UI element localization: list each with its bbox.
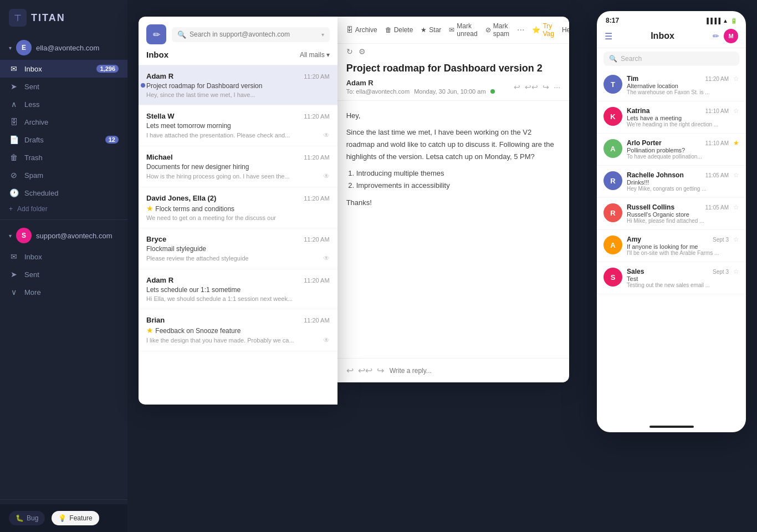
list-item[interactable]: Bryce 11:20 AM Flockmail styleguide Plea… xyxy=(139,228,337,269)
inbox-label-row: Inbox All mails ▾ xyxy=(146,50,330,59)
filter-button[interactable]: All mails ▾ xyxy=(300,51,330,59)
sidebar-item-support-more[interactable]: ∨ More xyxy=(0,283,127,301)
star-icon[interactable]: ☆ xyxy=(733,203,739,211)
email-subject: Lets schedule our 1:1 sometime xyxy=(146,286,330,294)
sent-icon: ➤ xyxy=(9,82,19,91)
list-item[interactable]: David Jones, Ella (2) 11:20 AM ★ Flock t… xyxy=(139,187,337,228)
list-item[interactable]: R Russell Collins 11:05 AM Russell's Org… xyxy=(597,198,746,230)
star-icon[interactable]: ☆ xyxy=(733,75,739,83)
sidebar-item-drafts[interactable]: 📄 Drafts 12 xyxy=(0,131,127,149)
reply-icon[interactable]: ↩ xyxy=(514,83,520,91)
sidebar-item-support-inbox[interactable]: ✉ Inbox xyxy=(0,248,127,265)
mobile-signal-icons: ▐▐▐▐ ▲ 🔋 xyxy=(705,18,737,24)
archive-icon: 🗄 xyxy=(9,117,19,126)
feature-button[interactable]: 💡 Feature xyxy=(52,511,99,525)
sidebar-item-archive[interactable]: 🗄 Archive xyxy=(0,113,127,131)
list-item[interactable]: K Katrina 11:10 AM Lets have a meeting W… xyxy=(597,101,746,134)
email-item-row: Adam R 11:20 AM xyxy=(146,72,330,80)
email-sender: Adam R xyxy=(146,72,173,80)
sidebar-item-support-sent[interactable]: ➤ Sent xyxy=(0,265,127,283)
email-item-row: Bryce 11:20 AM xyxy=(146,235,330,243)
sidebar-item-scheduled[interactable]: 🕐 Scheduled xyxy=(0,184,127,202)
list-item[interactable]: A Amy Sept 3 If anyone is looking for me… xyxy=(597,230,746,262)
search-input[interactable] xyxy=(190,30,318,38)
plus-icon: + xyxy=(9,205,13,213)
try-vag-button[interactable]: ⭐ Try Vag xyxy=(532,22,554,38)
list-item[interactable]: Adam R 11:20 AM Lets schedule our 1:1 so… xyxy=(139,269,337,309)
email-sender: David Jones, Ella (2) xyxy=(146,194,216,202)
list-item[interactable]: T Tim 11:20 AM Alternative location The … xyxy=(597,69,746,101)
reply-icon[interactable]: ↩ xyxy=(346,365,354,376)
account-switcher-support[interactable]: ▾ S support@avontech.com xyxy=(0,223,127,248)
email-body-list: Introducing multiple themes Improvements… xyxy=(346,167,560,192)
sidebar: ⊤ TITAN ▾ E ella@avontech.com ✉ Inbox 1,… xyxy=(0,0,127,532)
star-icon[interactable]: ☆ xyxy=(733,236,739,243)
email-sender: Stella W xyxy=(146,112,175,120)
sidebar-item-trash[interactable]: 🗑 Trash xyxy=(0,149,127,166)
settings-icon[interactable]: ⚙ xyxy=(359,47,366,56)
list-item: Introducing multiple themes xyxy=(356,167,560,180)
list-item[interactable]: Stella W 11:20 AM Lets meet tomorrow mor… xyxy=(139,105,337,146)
reply-input[interactable] xyxy=(390,367,560,375)
list-item[interactable]: R Rachelle Johnson 11:05 AM Drinks!!! He… xyxy=(597,166,746,198)
hamburger-icon[interactable]: ☰ xyxy=(605,31,612,42)
forward-icon[interactable]: ↪ xyxy=(377,365,384,376)
reply-all-icon[interactable]: ↩↩ xyxy=(358,365,372,376)
help-button[interactable]: Help xyxy=(562,26,569,34)
mark-spam-button[interactable]: ⊘ Mark spam xyxy=(485,22,509,38)
list-item[interactable]: Brian 11:20 AM ★ Feedback on Snooze feat… xyxy=(139,309,337,351)
delete-icon: 🗑 xyxy=(385,26,392,34)
sidebar-item-spam[interactable]: ⊘ Spam xyxy=(0,166,127,184)
list-item[interactable]: Michael 11:20 AM Documents for new desig… xyxy=(139,146,337,187)
avatar-support: S xyxy=(16,228,32,243)
mobile-preview-panel: 8:17 ▐▐▐▐ ▲ 🔋 ☰ Inbox ✏ M 🔍 Search T xyxy=(597,11,746,432)
refresh-icon[interactable]: ↻ xyxy=(346,47,353,56)
email-preview: Hey, since the last time we met, I have.… xyxy=(146,91,330,98)
email-item-row: Brian 11:20 AM xyxy=(146,316,330,324)
email-row: Russell Collins 11:05 AM xyxy=(627,203,729,211)
account-switcher-ella[interactable]: ▾ E ella@avontech.com xyxy=(0,35,127,60)
eye-icon: 👁 xyxy=(323,131,330,139)
email-row: Amy Sept 3 xyxy=(627,236,729,243)
sidebar-item-inbox[interactable]: ✉ Inbox 1,296 xyxy=(0,60,127,78)
email-preview: How is the hiring process going on. I ha… xyxy=(146,172,330,180)
more-options-icon[interactable]: ··· xyxy=(554,83,560,91)
unread-indicator xyxy=(141,83,145,88)
add-folder-button[interactable]: + Add folder xyxy=(0,202,127,216)
email-from: Adam R xyxy=(346,79,495,87)
star-button[interactable]: ★ Star xyxy=(421,26,441,34)
list-item[interactable]: A Arlo Porter 11:10 AM Pollination probl… xyxy=(597,134,746,166)
list-item[interactable]: S Sales Sept 3 Test Testing out the new … xyxy=(597,262,746,294)
logo-icon: ⊤ xyxy=(9,9,27,27)
bug-button[interactable]: 🐛 Bug xyxy=(9,511,45,525)
mobile-search-bar[interactable]: 🔍 Search xyxy=(603,52,739,66)
email-preview: I have attached the presentation. Please… xyxy=(146,131,330,139)
mobile-header-icons: ✏ M xyxy=(713,29,738,43)
email-body: Hey, Since the last time we met, I have … xyxy=(337,101,569,358)
star-icon[interactable]: ☆ xyxy=(733,107,739,115)
email-content: Sales Sept 3 Test Testing out the new sa… xyxy=(627,268,729,288)
edit-icon[interactable]: ✏ xyxy=(713,32,719,40)
feature-icon: 💡 xyxy=(58,514,67,522)
sidebar-item-label: Sent xyxy=(24,83,119,91)
search-bar[interactable]: 🔍 ▾ xyxy=(172,27,330,42)
compose-button[interactable]: ✏ xyxy=(146,24,166,44)
forward-icon[interactable]: ↪ xyxy=(543,83,549,91)
bottom-bar: 🐛 Bug 💡 Feature xyxy=(0,504,127,532)
reply-all-icon[interactable]: ↩↩ xyxy=(525,83,538,91)
sidebar-item-label: More xyxy=(24,288,119,296)
email-detail-panel: 🗄 Archive 🗑 Delete ★ Star ✉ Mark unread … xyxy=(337,17,569,382)
more-button[interactable]: ··· xyxy=(517,25,524,35)
mobile-search-placeholder: Search xyxy=(621,55,642,63)
star-icon[interactable]: ☆ xyxy=(733,171,739,179)
sidebar-item-label: Sent xyxy=(24,270,119,279)
star-icon[interactable]: ☆ xyxy=(733,268,739,275)
mark-unread-button[interactable]: ✉ Mark unread xyxy=(449,22,477,38)
sidebar-item-less[interactable]: ∧ Less xyxy=(0,95,127,113)
chevron-up-icon: ∧ xyxy=(9,100,19,109)
list-item[interactable]: Adam R 11:20 AM Project roadmap for Dash… xyxy=(139,65,337,105)
star-icon[interactable]: ★ xyxy=(733,139,739,147)
delete-button[interactable]: 🗑 Delete xyxy=(385,26,413,34)
archive-button[interactable]: 🗄 Archive xyxy=(346,26,377,34)
sidebar-item-sent[interactable]: ➤ Sent xyxy=(0,78,127,95)
